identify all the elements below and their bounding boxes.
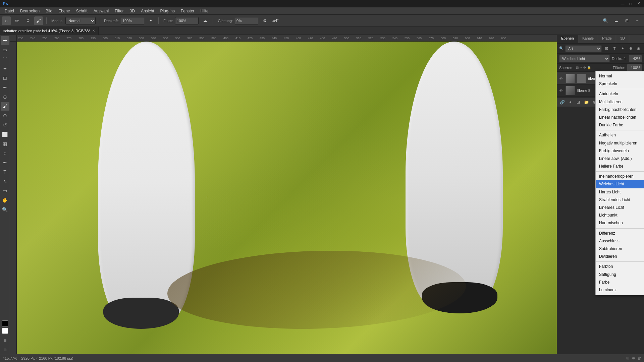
menu-schrift[interactable]: Schrift (73, 8, 90, 14)
document-tab[interactable]: schatten erstellen.psdc bei 416% (Ebene … (0, 27, 99, 35)
zoom-tool[interactable]: 🔍 (1, 205, 9, 214)
tab-close-btn[interactable]: ✕ (92, 29, 95, 33)
tab-pfade[interactable]: Pfade (598, 35, 616, 43)
blend-farbig-abwedeln[interactable]: Farbig abwedeln (596, 147, 644, 155)
deckraft-icon[interactable]: ✦ (146, 16, 155, 25)
magic-wand-tool[interactable]: ✦ (1, 64, 9, 73)
layer-icon-3[interactable]: ✦ (619, 45, 626, 52)
blend-weiches-licht[interactable]: Weiches Licht (596, 180, 644, 188)
path-select-tool[interactable]: ↖ (1, 177, 9, 186)
blend-subtrahieren[interactable]: Subtrahieren (596, 245, 644, 253)
gradient-tool[interactable]: ▦ (1, 139, 9, 148)
move-tool[interactable]: ✛ (1, 36, 9, 45)
menu-hilfe[interactable]: Hilfe (198, 8, 211, 14)
new-group-btn[interactable]: 📁 (583, 99, 590, 106)
blend-linear-nachbelichten[interactable]: Linear nachbelichten (596, 114, 644, 121)
blend-hart-mischen[interactable]: Hart mischen (596, 219, 644, 227)
blend-strahlendes-licht[interactable]: Strahlendes Licht (596, 196, 644, 204)
menu-plugins[interactable]: Plug-ins (158, 8, 177, 14)
tab-3d[interactable]: 3D (616, 35, 629, 43)
blend-normal[interactable]: Normal (596, 72, 644, 80)
brush-tool-icon[interactable]: ✏ (13, 16, 21, 25)
deckraft-input[interactable] (121, 17, 144, 24)
add-style-btn[interactable]: ✦ (567, 99, 574, 106)
blend-sattigung[interactable]: Sättigung (596, 271, 644, 279)
cloud-icon[interactable]: ☁ (612, 16, 621, 25)
hand-tool[interactable]: ✋ (1, 196, 9, 204)
menu-ansicht[interactable]: Ansicht (138, 8, 157, 14)
quick-mask-btn[interactable]: ⊟ (1, 336, 9, 345)
screen-mode-btn[interactable]: ⊞ (1, 345, 9, 354)
blend-aufhellen[interactable]: Aufhellen (596, 131, 644, 139)
art-filter-select[interactable]: Art (565, 45, 602, 52)
more-icon[interactable]: ⋯ (633, 16, 642, 25)
lock-all-icon[interactable]: 🔒 (587, 66, 591, 69)
blend-luminanz[interactable]: Luminanz (596, 286, 644, 294)
eyedropper-tool[interactable]: ✒ (1, 83, 9, 92)
blend-mode-dropdown[interactable]: Normal Sprenkeln Abdunkeln Multipliziere… (595, 71, 644, 295)
tab-ebenen[interactable]: Ebenen (557, 35, 578, 43)
home-btn[interactable]: ⌂ (2, 16, 11, 25)
blend-farbe[interactable]: Farbe (596, 279, 644, 286)
maximize-btn[interactable]: □ (628, 1, 633, 6)
trash-icon[interactable]: 🗑 (638, 356, 641, 360)
layer-icon-2[interactable]: T (611, 45, 618, 52)
angle-icon[interactable]: ⊿4° (271, 16, 280, 25)
blend-lichtpunkt[interactable]: Lichtpunkt (596, 212, 644, 219)
blend-ausschluss[interactable]: Ausschluss (596, 237, 644, 245)
menu-filter[interactable]: Filter (112, 8, 126, 14)
tool-option-icon[interactable]: ⊙ (23, 16, 32, 25)
lasso-tool[interactable]: ⌒ (1, 55, 9, 64)
blend-multiplizieren[interactable]: Multiplizieren (596, 98, 644, 106)
lock-position-icon[interactable]: ✛ (583, 66, 586, 69)
blend-negativ-multiplizieren[interactable]: Negativ multiplizieren (596, 139, 644, 147)
layout-icon[interactable]: ⊞ (623, 16, 631, 25)
shape-tool[interactable]: ▭ (1, 186, 9, 195)
menu-bearbeiten[interactable]: Bearbeiten (17, 8, 42, 14)
layer-icon-1[interactable]: ⊡ (603, 45, 610, 52)
select-rect-tool[interactable]: ▭ (1, 46, 9, 54)
blend-hartes-licht[interactable]: Hartes Licht (596, 188, 644, 196)
settings-icon[interactable]: ⚙ (260, 16, 269, 25)
spot-heal-tool[interactable]: ⊕ (1, 93, 9, 101)
fluss-input[interactable] (175, 17, 199, 24)
blend-mode-select[interactable]: Weiches Licht (559, 55, 610, 62)
brush-icon[interactable]: 🖌 (34, 16, 43, 25)
crop-tool[interactable]: ⊡ (1, 74, 9, 82)
canvas-image[interactable]: + (17, 42, 557, 354)
eye-icon[interactable]: 👁 (559, 76, 564, 80)
tab-kanale[interactable]: Kanäle (578, 35, 598, 43)
modus-select[interactable]: Normal (65, 17, 96, 24)
menu-fenster[interactable]: Fenster (178, 8, 197, 14)
blend-differenz[interactable]: Differenz (596, 230, 644, 237)
link-layers-btn[interactable]: 🔗 (558, 99, 566, 106)
brush-tool[interactable]: 🖌 (1, 102, 9, 111)
type-tool[interactable]: T (1, 168, 9, 176)
blend-lineares-licht[interactable]: Lineares Licht (596, 204, 644, 212)
add-layer-icon[interactable]: ⊕ (632, 356, 635, 360)
minimize-btn[interactable]: — (620, 1, 625, 6)
add-mask-btn[interactable]: ⊡ (575, 99, 582, 106)
blend-dunkle-farbe[interactable]: Dunkle Farbe (596, 121, 644, 129)
blend-ineinanderkopieren[interactable]: Ineinanderkopieren (596, 173, 644, 180)
dodge-tool[interactable]: ○ (1, 149, 9, 158)
blend-dividieren[interactable]: Dividieren (596, 253, 644, 260)
glattung-input[interactable] (235, 17, 258, 24)
blend-sprenkeln[interactable]: Sprenkeln (596, 80, 644, 88)
opacity-input[interactable] (629, 55, 642, 62)
layer-filter-toggle[interactable]: ◉ (635, 45, 642, 52)
menu-auswahl[interactable]: Auswahl (91, 8, 111, 14)
history-brush-tool[interactable]: ↺ (1, 121, 9, 129)
search-icon[interactable]: 🔍 (601, 16, 610, 25)
eye-icon[interactable]: 👁 (559, 88, 564, 93)
airbrush-icon[interactable]: ☁ (201, 16, 209, 25)
lock-transparent-icon[interactable]: ⊡ (576, 66, 579, 69)
blend-farbton[interactable]: Farbton (596, 263, 644, 270)
background-color[interactable] (2, 328, 8, 334)
titlebar-controls[interactable]: — □ ✕ (620, 1, 641, 6)
menu-ebene[interactable]: Ebene (56, 8, 73, 14)
blend-hellere-farbe[interactable]: Hellere Farbe (596, 163, 644, 170)
layer-btn-icon[interactable]: ⊞ (626, 356, 629, 360)
lock-image-icon[interactable]: ✏ (580, 66, 582, 69)
fill-input[interactable] (627, 64, 642, 71)
